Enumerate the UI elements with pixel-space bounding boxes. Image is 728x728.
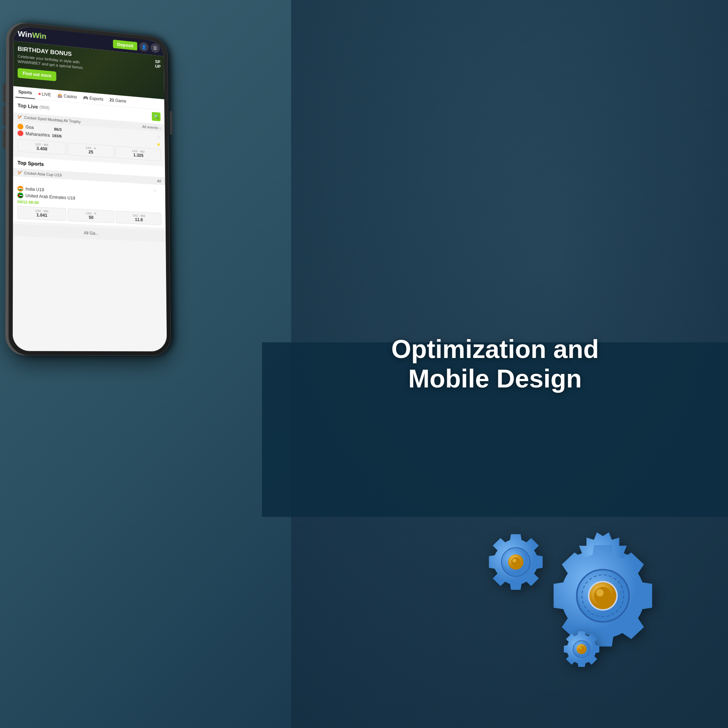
gears-decoration [443, 479, 692, 692]
top-live-title: Top Live [17, 102, 38, 110]
team2-score: 193/6 [52, 133, 62, 138]
team1-flag: 🔶 [17, 124, 23, 130]
hero-side-text: SP UP [155, 60, 161, 69]
live-dot [38, 93, 41, 95]
svg-point-9 [512, 558, 516, 562]
top-sports-section: Top Sports 🏏 Cricket Asia Cup U19 All [13, 157, 165, 229]
tab-casino[interactable]: 🎰 Casino [54, 90, 80, 102]
logo-text: WinWin [18, 29, 47, 41]
medium-gear [468, 514, 564, 610]
tab-esports[interactable]: 🎮 Esports [80, 92, 106, 105]
sports-odd-w1[interactable]: 1X2 - W1 1.041 [17, 206, 66, 221]
favorite-star-active[interactable]: ★ [156, 141, 161, 147]
find-out-button[interactable]: Find out more [18, 68, 57, 81]
tab-game[interactable]: 21 Game [107, 95, 129, 107]
team1-score: 86/3 [54, 127, 61, 132]
sports-odd-x[interactable]: 1X2 - X 50 [67, 208, 115, 223]
sports-match: ☆ 🇮🇳 India U19 🇦🇪 United Arab Emirates U… [13, 176, 165, 229]
header-right: Deposit 👤 ☰ [113, 39, 160, 54]
user-icon[interactable]: 👤 [139, 41, 148, 52]
optimization-title-line2: Mobile Design [277, 364, 713, 393]
top-live-count: (968) [40, 104, 49, 110]
team2-name: Maharashtra [26, 131, 50, 138]
svg-point-13 [580, 647, 581, 649]
small-gear [546, 613, 617, 685]
app-logo: WinWin [18, 29, 47, 41]
phone-screen: WinWin Deposit 👤 ☰ BIRTHDAY BONUS Celebr… [13, 26, 167, 352]
odd-w1[interactable]: 1X2 - W1 3.408 [17, 139, 66, 155]
search-button[interactable]: 🔍 [152, 112, 161, 121]
phone-mockup: WinWin Deposit 👤 ☰ BIRTHDAY BONUS Celebr… [8, 21, 188, 717]
top-sports-title: Top Sports [17, 160, 44, 167]
svg-point-8 [511, 557, 520, 567]
team1-name: Goa [26, 124, 52, 131]
favorite-star[interactable]: ☆ [156, 134, 161, 140]
screen-content: WinWin Deposit 👤 ☰ BIRTHDAY BONUS Celebr… [13, 26, 167, 352]
asia-cup-label: 🏏 Cricket Asia Cup U19 [17, 170, 61, 177]
match-teams: 🔶 Goa 86/3 🔴 Maharashtra 193/6 [17, 124, 61, 139]
svg-point-4 [593, 587, 612, 604]
svg-point-12 [578, 646, 585, 652]
menu-icon[interactable]: ☰ [150, 43, 160, 54]
cricket-icon2: 🏏 [17, 170, 22, 175]
tab-sports[interactable]: Sports [15, 86, 35, 99]
team2-flag: 🔴 [17, 130, 23, 136]
deposit-button[interactable]: Deposit [113, 40, 137, 50]
optimization-title-line1: Optimization and [277, 335, 713, 364]
sports-odd-w2[interactable]: 1X2 - W2 11.6 [116, 211, 162, 225]
all-sports-link[interactable]: All [157, 179, 161, 183]
india-flag: 🇮🇳 [17, 185, 23, 191]
all-events-link[interactable]: All events › [142, 124, 161, 130]
phone-outer-shell: WinWin Deposit 👤 ☰ BIRTHDAY BONUS Celebr… [8, 21, 171, 355]
cricket-icon: 🏏 [17, 115, 22, 119]
uae-flag: 🇦🇪 [17, 192, 23, 198]
logo-win2: Win [32, 31, 46, 41]
sports-star[interactable]: ☆ [153, 188, 157, 193]
esports-icon: 🎮 [83, 95, 89, 101]
logo-win1: Win [18, 29, 32, 40]
svg-point-5 [596, 589, 604, 596]
casino-icon: 🎰 [57, 93, 63, 98]
odd-x[interactable]: 1X2 - X 25 [67, 142, 114, 158]
top-live-title-group: Top Live (968) [17, 102, 49, 110]
tab-live[interactable]: LIVE [35, 89, 54, 101]
odd-w2[interactable]: 1X2 - W2 1.325 [116, 146, 161, 161]
optimization-section: Optimization and Mobile Design [277, 335, 713, 393]
match-actions: ☆ ★ [156, 134, 161, 147]
